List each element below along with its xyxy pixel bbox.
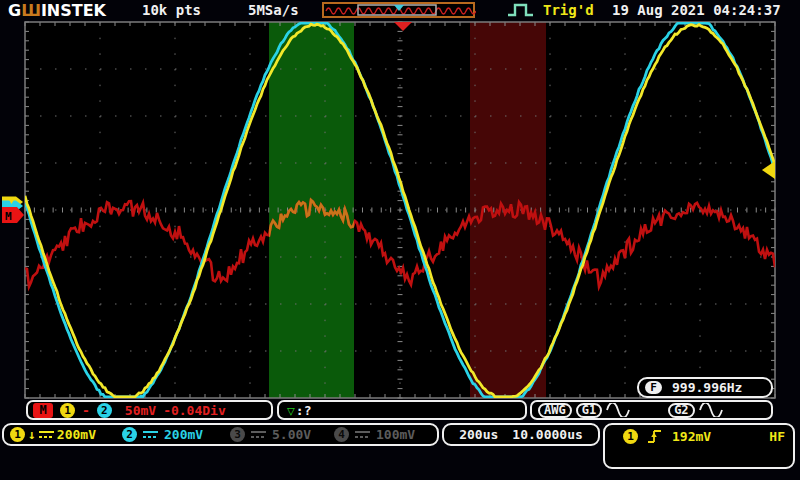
ch2-icon: 2	[122, 427, 137, 442]
math-position: -0.04Div	[163, 403, 226, 418]
ch1-position-arrow-icon: ↓	[28, 427, 36, 442]
ch3-scale: 5.00V	[272, 427, 311, 442]
svg-text:M: M	[5, 210, 12, 223]
g2-badge: G2	[668, 403, 694, 418]
frequency-value: 999.996Hz	[672, 380, 742, 395]
ch4-scale: 100mV	[376, 427, 415, 442]
channel-3-status[interactable]: 3 5.00V	[230, 427, 334, 442]
cursor-triangle-icon: ▽	[287, 403, 295, 418]
trigger-source-icon: 1	[623, 429, 638, 444]
trigger-filter: HF	[769, 429, 785, 444]
channel-2-status[interactable]: 2 200mV	[122, 427, 230, 442]
frequency-label: F	[645, 381, 662, 394]
ch1-icon: 1	[10, 427, 25, 442]
frequency-readout: F 999.996Hz	[637, 377, 773, 398]
awg-status-bar[interactable]: AWG G1 G2	[530, 400, 773, 420]
ch1-dc-coupling-icon	[39, 431, 54, 438]
timebase-bar[interactable]: 200us 10.0000us	[442, 423, 600, 446]
g1-badge: G1	[576, 403, 602, 418]
trigger-bar[interactable]: 1 192mV HF	[603, 423, 795, 469]
trigger-level: 192mV	[672, 429, 711, 444]
ch3-dc-coupling-icon	[251, 431, 266, 438]
timebase-scale: 200us	[459, 427, 498, 442]
ch1-scale: 200mV	[57, 427, 96, 442]
math-source1-icon: 1	[60, 403, 75, 418]
math-operator: -	[82, 403, 90, 418]
timebase-delay: 10.0000us	[512, 427, 582, 442]
channel-status-bar: 1 ↓ 200mV 2 200mV 3 5.00V 4 100mV	[2, 423, 439, 446]
g1-sine-icon	[606, 403, 630, 417]
math-status-bar[interactable]: M 1 - 2 50mV -0.04Div	[26, 400, 273, 420]
math-source2-icon: 2	[97, 403, 112, 418]
cursor-status-bar[interactable]: ▽ :?	[277, 400, 527, 420]
awg-badge: AWG	[538, 403, 572, 418]
ch4-dc-coupling-icon	[355, 431, 370, 438]
ch2-scale: 200mV	[164, 427, 203, 442]
math-scale: 50mV	[125, 403, 156, 418]
channel-1-status[interactable]: 1 ↓ 200mV	[10, 427, 122, 442]
oscilloscope-screen: GШINSTEK 10k pts 5MSa/s Trig'd 19 Aug 20…	[0, 0, 800, 480]
ch3-icon: 3	[230, 427, 245, 442]
rising-edge-icon	[647, 429, 663, 445]
cursor-value: :?	[296, 403, 312, 418]
math-badge: M	[33, 403, 53, 418]
ch2-dc-coupling-icon	[143, 431, 158, 438]
channel-4-status[interactable]: 4 100mV	[334, 427, 415, 442]
g2-sine-icon	[699, 403, 723, 417]
ch4-icon: 4	[334, 427, 349, 442]
